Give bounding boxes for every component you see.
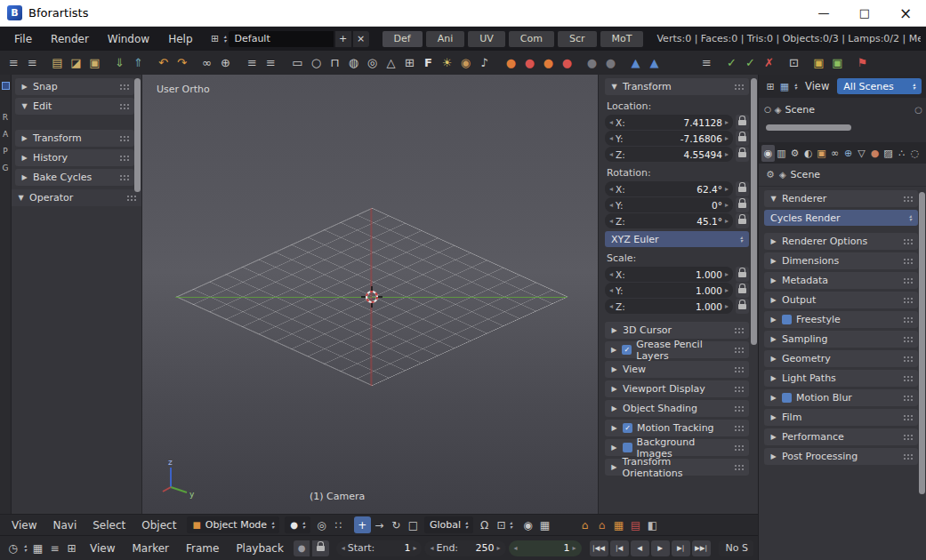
increment-arrow-icon[interactable]: ▸ <box>413 544 416 552</box>
panel-checkbox[interactable] <box>782 315 792 324</box>
display-mode-icon[interactable]: ⊞ <box>763 79 777 93</box>
decrement-arrow-icon[interactable]: ◂ <box>430 544 433 552</box>
scale-y-field[interactable]: ◂ Y: 1.000 ▸ <box>605 283 733 298</box>
text-object-icon[interactable]: F <box>419 53 438 72</box>
start-frame-field[interactable]: ◂ Start: 1 ▸ <box>336 540 423 556</box>
expand-dot-icon[interactable]: ○ <box>764 105 771 114</box>
apply-check-icon[interactable]: ✓ <box>722 53 741 72</box>
metaball-3-icon[interactable]: ● <box>539 53 558 72</box>
section-renderer[interactable]: ▼ Renderer <box>764 190 918 207</box>
panel-grip-icon[interactable] <box>126 195 136 202</box>
properties-texture-tab-icon[interactable]: ▨ <box>882 145 895 162</box>
section-grease-pencil-layers[interactable]: ▶ ✓ Grease Pencil Layers <box>605 341 749 358</box>
section-bake-cycles[interactable]: ▶ Bake Cycles <box>15 169 134 186</box>
layers-icon[interactable]: ▦ <box>610 516 627 533</box>
manipulator-rotate-icon[interactable]: ↻ <box>388 516 405 533</box>
section-renderer-options[interactable]: ▶ Renderer Options <box>764 233 918 250</box>
editor-menu-2-icon[interactable]: ≡ <box>23 53 42 72</box>
delete-layout-button[interactable]: × <box>353 31 369 47</box>
decrement-arrow-icon[interactable]: ◂ <box>609 217 613 225</box>
manipulator-toggle-icon[interactable]: + <box>354 516 371 533</box>
timeline-copy-icon[interactable]: ⊞ <box>63 540 80 556</box>
properties-render-layers-tab-icon[interactable]: ▥ <box>775 145 788 162</box>
screen-tab-def[interactable]: Def <box>382 31 423 47</box>
link-icon[interactable]: ∞ <box>197 53 216 72</box>
append-icon[interactable]: ⊕ <box>216 53 235 72</box>
scale-y-lock-button[interactable] <box>736 283 749 298</box>
section-post-processing[interactable]: ▶ Post Processing <box>764 448 918 465</box>
add-layout-button[interactable]: + <box>335 31 351 47</box>
panel-grip-icon[interactable] <box>119 135 129 142</box>
timeline-playback-menu[interactable]: Playback <box>229 542 291 555</box>
scale-z-field[interactable]: ◂ Z: 1.000 ▸ <box>605 299 733 314</box>
viewport-render-icon[interactable]: ◧ <box>644 516 661 533</box>
active-shelf-tab-indicator[interactable] <box>2 82 10 90</box>
increment-arrow-icon[interactable]: ▸ <box>725 270 729 278</box>
panel-grip-icon[interactable] <box>734 425 744 432</box>
manipulator-translate-icon[interactable]: → <box>371 516 388 533</box>
screen-tab-scr[interactable]: Scr <box>558 31 597 47</box>
increment-arrow-icon[interactable]: ▸ <box>725 201 729 209</box>
snap-magnet-icon[interactable]: Ω <box>476 516 493 533</box>
outliner-item-label[interactable]: Scene <box>785 104 816 116</box>
panel-grip-icon[interactable] <box>903 258 913 265</box>
metaball-icon[interactable]: ● <box>502 53 520 72</box>
snap-element-icon[interactable]: ⊡ <box>493 516 510 533</box>
section-dimensions[interactable]: ▶ Dimensions <box>764 252 918 269</box>
shelf-tab[interactable]: G <box>3 164 9 172</box>
render-animation-icon[interactable]: ▦ <box>536 516 553 533</box>
tools-menu-icon[interactable]: ≡ <box>697 53 716 72</box>
metaball-2-icon[interactable]: ● <box>520 53 539 72</box>
render-visibility-icon[interactable]: ○ <box>914 105 922 115</box>
panel-grip-icon[interactable] <box>734 347 744 354</box>
editor-type-arrows-icon[interactable]: ▴▾ <box>24 544 27 552</box>
panel-grip-icon[interactable] <box>903 316 913 324</box>
location-z-field[interactable]: ◂ Z: 4.55494 ▸ <box>605 147 733 162</box>
outliner-scene-row[interactable]: ○ ◈ Scene ○ <box>764 101 922 117</box>
display-mode-alt-icon[interactable]: ▦ <box>777 79 792 93</box>
decrement-arrow-icon[interactable]: ◂ <box>609 270 613 278</box>
timeline-menu-icon[interactable]: ≡ <box>46 540 63 556</box>
increment-arrow-icon[interactable]: ▸ <box>725 118 729 126</box>
increment-arrow-icon[interactable]: ▸ <box>725 302 729 310</box>
properties-render-tab-icon[interactable]: ◉ <box>761 145 775 162</box>
properties-object-tab-icon[interactable]: ▣ <box>815 145 828 162</box>
decrement-arrow-icon[interactable]: ◂ <box>609 134 613 142</box>
undo-icon[interactable]: ↶ <box>154 53 173 72</box>
decrement-arrow-icon[interactable]: ◂ <box>609 201 613 209</box>
prev-keyframe-button[interactable]: |◀ <box>610 540 629 556</box>
timeline-pin-icon[interactable]: ▦ <box>29 540 46 556</box>
section-object-shading[interactable]: ▶ Object Shading <box>605 400 749 417</box>
properties-scrollbar[interactable] <box>919 192 925 494</box>
menu-render[interactable]: Render <box>42 33 98 45</box>
properties-material-tab-icon[interactable]: ● <box>868 145 882 162</box>
timeline-editor-icon[interactable]: ◷ <box>4 540 21 556</box>
rotation-y-field[interactable]: ◂ Y: 0° ▸ <box>605 197 733 212</box>
3d-viewport[interactable]: User Ortho z y (1) Camera <box>142 75 598 514</box>
panel-checkbox[interactable]: ✓ <box>623 423 632 433</box>
panel-grip-icon[interactable] <box>903 297 913 304</box>
save-file-icon[interactable]: ▣ <box>85 53 104 72</box>
rotation-z-lock-button[interactable] <box>736 213 749 228</box>
section-motion-blur[interactable]: ▶ Motion Blur <box>764 389 918 406</box>
rotation-x-lock-button[interactable] <box>736 181 749 196</box>
clear-icon[interactable]: ✗ <box>760 53 778 72</box>
flag-icon[interactable]: ⚑ <box>853 53 872 72</box>
screen-layout-icon[interactable]: ⊞ <box>208 32 222 46</box>
panel-grip-icon[interactable] <box>903 414 913 421</box>
mesh-cone-icon[interactable]: △ <box>382 53 400 72</box>
shading-dropdown[interactable]: ● ▴▾ <box>285 516 310 533</box>
close-button[interactable]: × <box>885 0 926 26</box>
group-2-icon[interactable]: ● <box>601 53 620 72</box>
panel-grip-icon[interactable] <box>903 277 913 284</box>
export-icon[interactable]: ⇑ <box>129 53 148 72</box>
panel-grip-icon[interactable] <box>734 386 744 393</box>
shelf-tab[interactable]: A <box>3 130 8 139</box>
3d-cursor[interactable] <box>360 285 383 308</box>
section-3d-cursor[interactable]: ▶ 3D Cursor <box>605 322 749 339</box>
render-engine-dropdown[interactable]: Cycles Render ▴▾ <box>764 210 918 226</box>
section-history[interactable]: ▶ History <box>15 149 134 166</box>
section-background-images[interactable]: ▶ Background Images <box>605 439 749 456</box>
navi-menu[interactable]: Navi <box>44 519 85 532</box>
manipulator-scale-icon[interactable]: □ <box>405 516 422 533</box>
